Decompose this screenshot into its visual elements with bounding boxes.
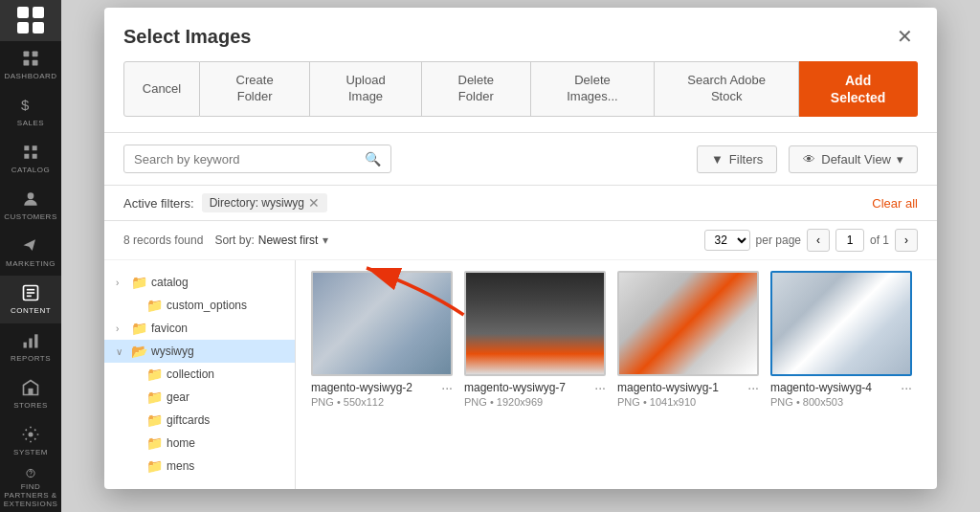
image-card-1[interactable]: magento-wysiwyg-7 ··· PNG • 1920x969	[464, 271, 606, 408]
records-count: 8 records found	[123, 234, 203, 247]
filter-btn-label: Filters	[729, 152, 763, 167]
tree-item-collection[interactable]: 📁 collection	[120, 363, 295, 386]
image-name-3: magento-wysiwyg-4	[770, 381, 872, 394]
upload-image-button[interactable]: Upload Image	[310, 61, 422, 117]
svg-rect-1	[33, 7, 44, 18]
image-name-1: magento-wysiwyg-7	[464, 381, 566, 394]
next-page-button[interactable]: ›	[895, 229, 918, 252]
filter-tag-remove-button[interactable]: ✕	[308, 195, 320, 211]
sidebar-item-customers-label: Customers	[4, 212, 56, 221]
svg-rect-2	[17, 22, 29, 33]
total-pages-label: of 1	[870, 234, 889, 247]
image-card-3[interactable]: magento-wysiwyg-4 ··· PNG • 800x503	[770, 271, 912, 408]
svg-rect-4	[24, 51, 30, 56]
view-button[interactable]: 👁 Default View ▾	[789, 145, 918, 173]
create-folder-button[interactable]: Create Folder	[200, 61, 310, 117]
sidebar-item-system[interactable]: System	[0, 417, 61, 464]
cancel-button[interactable]: Cancel	[123, 61, 200, 117]
app-logo	[0, 0, 61, 41]
folder-icon: 📁	[146, 412, 163, 428]
modal-overlay: Select Images ✕ Cancel Create Folder Upl…	[61, 0, 980, 512]
sidebar-item-sales[interactable]: $ Sales	[0, 88, 61, 135]
svg-rect-15	[29, 338, 32, 347]
sidebar: Dashboard $ Sales Catalog Customers Mark…	[0, 0, 61, 512]
view-btn-label: Default View	[821, 152, 891, 167]
sidebar-item-customers[interactable]: Customers	[0, 182, 61, 229]
folder-icon: 📁	[131, 321, 147, 336]
sidebar-item-marketing[interactable]: Marketing	[0, 229, 61, 276]
sidebar-item-content-label: Content	[11, 306, 51, 315]
image-name-2: magento-wysiwyg-1	[617, 381, 719, 394]
clear-all-button[interactable]: Clear all	[872, 196, 918, 211]
tree-item-catalog[interactable]: › 📁 catalog	[104, 271, 295, 294]
tree-label-collection: collection	[167, 367, 214, 381]
main-area: Select Images ✕ Cancel Create Folder Upl…	[61, 0, 980, 512]
image-thumb-2	[617, 271, 759, 376]
tree-item-custom-options[interactable]: 📁 custom_options	[120, 294, 295, 317]
tree-item-wysiwyg[interactable]: ∨ 📂 wysiwyg	[104, 340, 295, 363]
thumbnail-0	[313, 273, 451, 374]
sidebar-item-catalog[interactable]: Catalog	[0, 135, 61, 182]
svg-point-18	[29, 432, 33, 436]
close-button[interactable]: ✕	[891, 23, 918, 50]
folder-icon: 📁	[146, 367, 163, 382]
filter-tag-text: Directory: wysiwyg	[210, 196, 304, 210]
add-selected-button[interactable]: Add Selected	[799, 61, 918, 117]
tree-item-home[interactable]: 📁 home	[120, 432, 295, 455]
image-meta-1: PNG • 1920x969	[464, 396, 606, 408]
search-input[interactable]	[134, 152, 357, 167]
image-name-row-2: magento-wysiwyg-1 ···	[617, 380, 759, 395]
sidebar-item-stores[interactable]: Stores	[0, 370, 61, 417]
sort-select[interactable]: Newest first	[258, 234, 319, 247]
image-menu-button-3[interactable]: ···	[901, 380, 912, 395]
image-menu-button-2[interactable]: ···	[747, 380, 759, 395]
search-stock-button[interactable]: Search Adobe Stock	[655, 61, 799, 117]
per-page-controls: 32 per page ‹ of 1 ›	[704, 229, 918, 252]
modal-toolbar: Cancel Create Folder Upload Image Delete…	[104, 61, 937, 133]
tree-label-mens: mens	[167, 459, 194, 473]
sort-label: Sort by:	[214, 234, 254, 247]
tree-item-mens[interactable]: 📁 mens	[120, 455, 295, 478]
image-menu-button-0[interactable]: ···	[441, 380, 453, 395]
sidebar-item-partners[interactable]: Find Partners & Extensions	[0, 464, 61, 512]
delete-images-button[interactable]: Delete Images...	[531, 61, 655, 117]
svg-rect-0	[17, 7, 29, 18]
prev-page-button[interactable]: ‹	[807, 229, 830, 252]
delete-folder-button[interactable]: Delete Folder	[422, 61, 531, 117]
thumbnail-1	[466, 273, 604, 374]
sidebar-item-content[interactable]: Content	[0, 276, 61, 323]
svg-point-20	[31, 476, 32, 477]
svg-rect-14	[24, 342, 27, 347]
tree-label-gear: gear	[167, 390, 189, 404]
tree-label-favicon: favicon	[151, 322, 188, 335]
svg-rect-16	[34, 334, 37, 347]
image-card-2[interactable]: magento-wysiwyg-1 ··· PNG • 1041x910	[617, 271, 759, 408]
image-name-row-1: magento-wysiwyg-7 ···	[464, 380, 606, 395]
tree-label-catalog: catalog	[151, 276, 189, 289]
svg-point-9	[28, 192, 34, 199]
sidebar-item-reports[interactable]: Reports	[0, 323, 61, 370]
active-filters-row: Active filters: Directory: wysiwyg ✕ Cle…	[104, 186, 937, 221]
sidebar-item-dashboard[interactable]: Dashboard	[0, 41, 61, 88]
sidebar-item-catalog-label: Catalog	[11, 166, 51, 174]
records-bar: 8 records found Sort by: Newest first ▾ …	[104, 221, 937, 260]
image-thumb-1	[464, 271, 606, 376]
sidebar-item-dashboard-label: Dashboard	[4, 72, 56, 80]
folder-icon: 📁	[146, 435, 163, 451]
image-menu-button-1[interactable]: ···	[594, 380, 606, 395]
image-card-0[interactable]: magento-wysiwyg-2 ··· PNG • 550x112	[311, 271, 453, 408]
sidebar-item-sales-label: Sales	[17, 119, 44, 127]
svg-rect-3	[33, 22, 44, 33]
sidebar-item-reports-label: Reports	[11, 354, 51, 363]
modal-title: Select Images	[123, 26, 251, 48]
image-meta-2: PNG • 1041x910	[617, 396, 759, 408]
svg-rect-17	[29, 389, 33, 395]
per-page-select[interactable]: 32	[704, 230, 750, 251]
page-number-input[interactable]	[835, 229, 864, 252]
filters-button[interactable]: ▼ Filters	[697, 145, 777, 173]
chevron-right-icon: ›	[116, 323, 127, 334]
tree-item-favicon[interactable]: › 📁 favicon	[104, 317, 295, 340]
image-thumb-0	[311, 271, 453, 376]
tree-item-gear[interactable]: 📁 gear	[120, 386, 295, 409]
tree-item-giftcards[interactable]: 📁 giftcards	[120, 409, 295, 432]
